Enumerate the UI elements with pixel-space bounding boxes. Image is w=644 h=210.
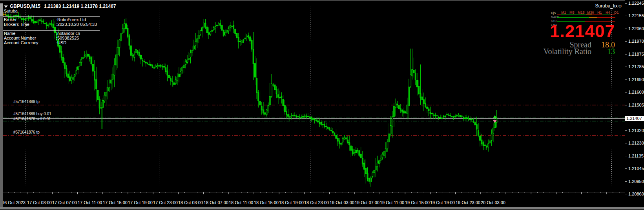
time-axis-label: 16 Oct 2023 <box>2 200 26 205</box>
watermark-label: Suruba_fix☺ <box>595 3 622 9</box>
price-axis-tick <box>625 143 627 143</box>
account-info-label: Account Currency <box>4 40 56 45</box>
volatility-value: 13 <box>598 47 615 56</box>
time-axis-label: 18 Oct 15:00 <box>254 200 279 205</box>
chart-plot-area[interactable]: #571641889 tp#571641889 buy 0.01#5716418… <box>3 3 625 192</box>
time-axis-label: 19 Oct 03:00 <box>330 200 354 205</box>
price-axis-tick <box>625 16 627 16</box>
price-axis-tick <box>625 168 627 169</box>
price-axis-label: 1.22245 <box>628 1 644 5</box>
signal-segment <box>597 17 615 18</box>
buy-arrow-icon <box>493 115 497 118</box>
panel-divider <box>3 50 100 50</box>
chevron-down-icon[interactable] <box>4 5 8 8</box>
matrix-header-signal-bar <box>557 14 615 14</box>
time-axis-label: 18 Oct 11:00 <box>229 200 253 205</box>
signal-segment <box>586 14 592 14</box>
account-info-label: Account Number <box>4 36 56 40</box>
time-axis-label: 17 Oct 15:00 <box>103 200 128 205</box>
price-axis-tick <box>625 92 627 92</box>
signal-segment <box>592 14 603 14</box>
price-axis-tick <box>625 29 627 29</box>
price-axis-label: 1.21875 <box>628 52 644 56</box>
price-axis-label: 1.21970 <box>628 39 644 43</box>
svg-text:#571641889 buy 0.01: #571641889 buy 0.01 <box>13 112 51 116</box>
price-axis-label: 1.22060 <box>628 26 644 31</box>
signal-segment <box>589 17 597 18</box>
price-axis-tick <box>625 67 627 67</box>
price-chart[interactable]: #571641889 tp#571641889 buy 0.01#5716418… <box>3 3 625 207</box>
price-axis-tick <box>625 41 627 42</box>
signal-segment <box>610 14 615 14</box>
price-axis-label: 1.21600 <box>628 90 644 94</box>
signal-bar <box>557 17 615 18</box>
chart-title: GBPUSD,M151.21383 1.21419 1.21378 1.2140… <box>4 4 116 9</box>
svg-text:#571641876 tp: #571641876 tp <box>13 130 40 134</box>
order-line-labels: #571641889 tp#571641889 buy 0.01#5716418… <box>13 100 51 134</box>
price-axis-label: 1.22155 <box>628 13 644 18</box>
account-info-row: Brokers Time:2023.10.20 05:54:33 <box>4 22 97 27</box>
time-axis-label: 17 Oct 23:00 <box>153 200 178 205</box>
account-info-value: :2023.10.20 05:54:33 <box>56 22 97 27</box>
signal-segment <box>561 14 586 14</box>
time-axis-label: 18 Oct 19:00 <box>279 200 304 205</box>
time-axis-label: 17 Oct 03:00 <box>27 200 52 205</box>
time-axis-label: 17 Oct 19:00 <box>128 200 153 205</box>
price-axis-label: 1.21320 <box>628 128 644 133</box>
time-axis-label: 19 Oct 19:00 <box>430 200 455 205</box>
signal-segment <box>557 14 561 14</box>
indicator-name-label: Sutuba <box>4 9 18 13</box>
time-axis-label: 18 Oct 03:00 <box>178 200 203 205</box>
time-axis-label: 17 Oct 11:00 <box>78 200 102 205</box>
account-info-value: :notandor cn <box>56 31 80 36</box>
svg-text:#571641889 tp: #571641889 tp <box>13 100 40 104</box>
volatility-label: Volatility Ratio <box>544 47 591 56</box>
account-info-label: Brokers Time <box>4 22 56 27</box>
price-axis-tick <box>625 130 627 131</box>
price-axis-tick <box>625 54 627 54</box>
account-info-row: Broker:RoboForex Ltd <box>4 17 86 22</box>
matrix-row-label: MACD <box>551 16 557 18</box>
panel-divider <box>3 30 100 31</box>
scrollbar-thumb[interactable] <box>0 4 3 16</box>
price-axis-tick <box>625 80 627 80</box>
time-axis-label: 18 Oct 23:00 <box>304 200 329 205</box>
current-price-badge: 1.21407 <box>625 116 644 121</box>
window-left-edge <box>0 3 3 207</box>
account-info-value: :USD <box>56 40 66 45</box>
symbol-period-label: GBPUSD,M15 <box>10 4 40 9</box>
price-axis-label: 1.20860 <box>628 192 644 196</box>
volatility-row: Volatility Ratio13 <box>544 47 615 56</box>
account-info-row: Account Currency:USD <box>4 40 66 45</box>
price-axis-tick <box>625 181 627 182</box>
price-axis-label: 1.21135 <box>628 154 644 158</box>
time-axis-label: 18 Oct 07:00 <box>204 200 228 205</box>
price-axis-label: 1.21785 <box>628 64 644 69</box>
account-info-value: :RoboForex Ltd <box>56 17 86 22</box>
time-axis-label: 19 Oct 11:00 <box>380 200 404 205</box>
account-info-label: Broker <box>4 17 56 22</box>
price-axis[interactable]: 1.21407 1.222451.221551.220601.219701.21… <box>625 0 644 207</box>
matrix-row-macd: MACD <box>551 16 620 18</box>
account-info-value: :509382525 <box>56 36 79 40</box>
time-axis-label: 19 Oct 07:00 <box>355 200 379 205</box>
account-info-label: Name <box>4 31 56 36</box>
price-axis-tick <box>625 156 627 156</box>
time-axis-label: 17 Oct 07:00 <box>52 200 77 205</box>
time-axis-label: 19 Oct 15:00 <box>405 200 430 205</box>
price-axis-label: 1.21690 <box>628 77 644 82</box>
price-axis-tick <box>625 3 627 4</box>
time-axis[interactable]: 16 Oct 202317 Oct 03:0017 Oct 07:0017 Oc… <box>0 192 625 207</box>
signal-segment <box>602 14 610 14</box>
price-axis-label: 1.20950 <box>628 179 644 184</box>
price-axis-tick <box>625 105 627 105</box>
signal-segment <box>557 17 589 18</box>
panel-divider <box>3 16 100 17</box>
svg-text:#571641876 sell 0.01: #571641876 sell 0.01 <box>13 117 51 121</box>
ohlc-values: 1.21383 1.21419 1.21378 1.21407 <box>44 4 116 9</box>
price-axis-label: 1.21045 <box>628 166 644 171</box>
period-separators <box>26 3 612 192</box>
mt4-chart-window: #571641889 tp#571641889 buy 0.01#5716418… <box>0 0 644 210</box>
account-info-row: Account Number:509382525 <box>4 36 79 40</box>
time-axis-label: 20 Oct 03:00 <box>481 200 505 205</box>
